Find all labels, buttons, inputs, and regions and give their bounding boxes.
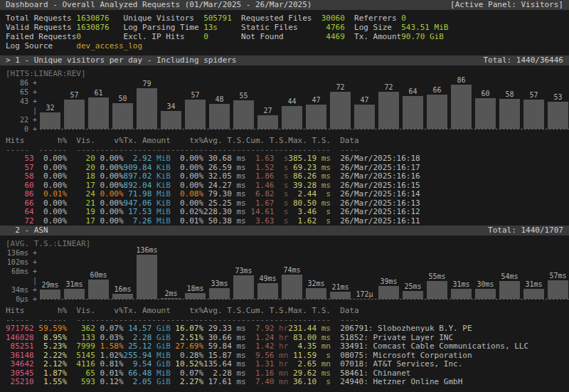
panel-header[interactable]: >1 - Unique visitors per day - Including… xyxy=(0,55,569,65)
cell-avg-ts: 79.30ms xyxy=(203,190,246,199)
app-title: Dashboard - Overall Analyzed Requests (0… xyxy=(6,0,312,10)
y-tick: 136ms + xyxy=(6,248,37,258)
table-row[interactable]: 346422.12%41160.81%9.54GiB10.52%135.64ms… xyxy=(6,360,569,369)
column-header-hits-pct: h% xyxy=(34,137,67,146)
bar-value-label: 44 xyxy=(287,97,296,106)
table-row[interactable]: 252101.55%5930.12%2.05GiB2.27%17.61ms7.4… xyxy=(6,378,569,387)
summary-label: Log Size xyxy=(345,23,401,32)
bar: 31ms xyxy=(523,280,544,299)
bar: 57 xyxy=(64,91,85,129)
cell-max-ts: 2.44s xyxy=(288,190,331,199)
bar-value-label: 72 xyxy=(384,83,393,92)
cell-visitors-pct: 0.00% xyxy=(95,208,124,217)
bar: 48 xyxy=(209,95,230,129)
bar-rect xyxy=(88,280,109,299)
table-row[interactable]: 852515.23%79991.58%25.12GiB27.69%59.84ms… xyxy=(6,342,569,351)
y-tick: 65 + xyxy=(6,88,37,97)
cell-hits: 86 xyxy=(6,190,34,199)
bar-rect xyxy=(378,286,399,299)
column-header-tx-pct: tx% xyxy=(171,307,203,316)
data-table: Hitsh%Vis.v%Tx. Amounttx%Avg. T.S.Cum. T… xyxy=(0,307,569,387)
cell-visitors: 18 xyxy=(67,172,95,181)
cell-cum-ts: 14.61s xyxy=(246,208,289,217)
bar-rect xyxy=(427,95,447,129)
bar: 79 xyxy=(137,80,157,129)
bar-rect xyxy=(233,100,254,129)
summary-value: 1630876 xyxy=(76,23,123,32)
y-tick: | xyxy=(6,276,37,285)
y-tick: 34ms + xyxy=(6,285,37,295)
bar-rect xyxy=(64,289,85,299)
bar-rect xyxy=(233,275,254,299)
cell-hits-pct: 0.00% xyxy=(34,172,67,181)
bar-rect xyxy=(523,289,544,299)
chart-scale-label: [HITS:LINEAR:REV] xyxy=(0,69,569,78)
cell-tx-amount: 7.26MiB xyxy=(124,217,171,226)
panel-header[interactable]: 2 - ASNTotal: 1440/1707 xyxy=(0,226,569,235)
summary-label: Valid Requests xyxy=(6,23,76,32)
table-row[interactable]: 860.01%240.00%71.98MiB0.08%79.30ms6.82s2… xyxy=(6,190,569,199)
bar: 55 xyxy=(233,92,254,129)
cell-hits-pct: 5.23% xyxy=(34,342,67,351)
summary-line: Total Requests1630876Unique Visitors5057… xyxy=(6,14,563,23)
summary: Total Requests1630876Unique Visitors5057… xyxy=(0,10,569,55)
summary-label: Failed Requests xyxy=(6,32,76,41)
column-header-tx-amount: Tx. Amount xyxy=(124,307,171,316)
cell-visitors-pct: 0.81% xyxy=(95,360,124,369)
bar: 47 xyxy=(354,96,375,129)
chart-plot: 3257615079345748552744477247726466866058… xyxy=(40,78,569,129)
cell-cum-ts: 1.42hr xyxy=(246,342,289,351)
bar: 57 xyxy=(185,91,206,129)
cell-cum-ts: 1.31hr xyxy=(246,360,289,369)
cell-hits-pct: 1.55% xyxy=(34,378,67,387)
cell-visitors: 4116 xyxy=(67,360,95,369)
bar-rect xyxy=(451,289,472,299)
bar-value-label: 64 xyxy=(408,88,417,96)
cell-visitors-pct: 0.00% xyxy=(95,190,124,199)
column-header-avg-ts: Avg. T.S. xyxy=(203,137,246,146)
bar-value-label: 60ms xyxy=(90,271,107,280)
bar-value-label: 73ms xyxy=(235,267,252,275)
summary-line: Valid Requests1630876Log Parsing Time13s… xyxy=(6,23,563,32)
bar: 60ms xyxy=(88,271,109,299)
summary-label: Unique Visitors xyxy=(124,14,204,23)
panel-total: Total: 1440/36446 xyxy=(483,55,563,65)
cell-avg-ts: 228.30ms xyxy=(203,208,246,217)
cell-tx-pct: 10.52% xyxy=(171,360,203,369)
cell-visitors-pct: 0.12% xyxy=(95,378,124,387)
bar-value-label: 32 xyxy=(46,104,54,112)
bar-chart: [HITS:LINEAR:REV]86 +65 +43 +|22 +0 +325… xyxy=(0,65,569,134)
table-row[interactable]: 720.00%170.00%7.26MiB0.01%50.38ms3.63s1.… xyxy=(6,217,569,226)
bar: 39ms xyxy=(378,277,399,299)
bar: 29ms xyxy=(40,281,60,299)
bar-rect xyxy=(112,294,133,299)
cell-tx-amount: 14.57GiB xyxy=(124,324,171,334)
bar-rect xyxy=(185,293,206,299)
table-row[interactable]: 580.00%180.00%897.02KiB0.00%32.05ms1.86s… xyxy=(6,172,569,181)
bar: 61 xyxy=(88,89,109,129)
bar-value-label: 54ms xyxy=(501,272,518,281)
cell-hits: 53 xyxy=(6,154,34,164)
bar: 32ms xyxy=(306,280,326,299)
table-row[interactable]: 640.00%190.00%17.53MiB0.02%228.30ms14.61… xyxy=(6,208,569,217)
bar-value-label: 31ms xyxy=(65,280,83,289)
cell-avg-ts: 50.38ms xyxy=(203,217,246,226)
table-row[interactable]: 530.00%200.00%2.92MiB0.00%30.68ms1.63s38… xyxy=(6,154,569,164)
bar-rect xyxy=(548,102,568,129)
cell-hits: 971762 xyxy=(6,324,34,334)
bar-rect xyxy=(282,275,302,299)
column-header-tx-pct: tx% xyxy=(171,137,203,146)
bar-rect xyxy=(354,105,375,129)
table-row[interactable]: 97176259.59%3620.07%14.57GiB16.07%29.33m… xyxy=(6,324,569,334)
summary-label: Tx. Amount xyxy=(345,32,401,41)
bar-rect xyxy=(209,288,230,299)
cell-max-ts: 1.62s xyxy=(288,217,331,226)
table-header-row: Hitsh%Vis.v%Tx. Amounttx%Avg. T.S.Cum. T… xyxy=(6,137,569,146)
y-tick: 22 + xyxy=(6,115,37,125)
bar-rect xyxy=(257,115,278,129)
y-tick: 0 + xyxy=(6,125,37,134)
summary-label: Log Source xyxy=(6,41,76,51)
cell-data: 206791: Slobozhenyuk B.Y. PE xyxy=(331,324,569,334)
bar-chart: [AVG. T.S.:LINEAR]136ms +102ms +68ms +|3… xyxy=(0,235,569,304)
cell-hits: 25210 xyxy=(6,378,34,387)
